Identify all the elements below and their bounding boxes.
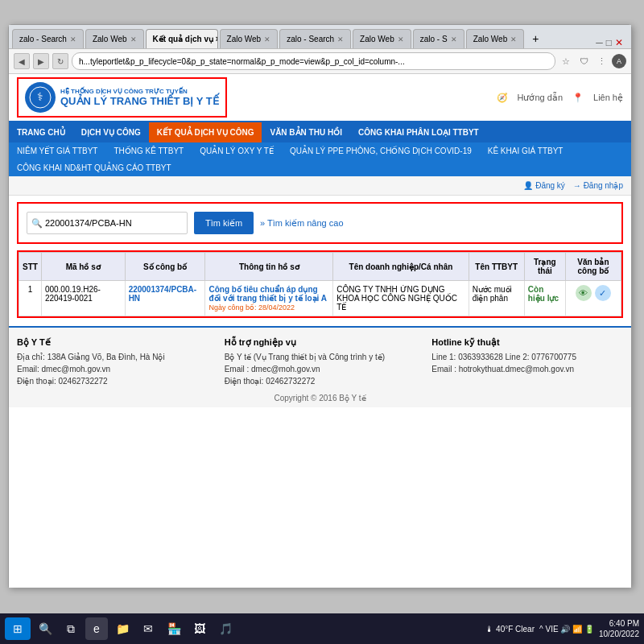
tab-zalo-web-1[interactable]: Zalo Web ✕ (85, 29, 144, 48)
files-button[interactable]: 📁 (111, 617, 134, 640)
subnav-oxy[interactable]: QUẢN LÝ OXY Y TẾ (192, 142, 282, 159)
footer-col-2: Hỗ trợ nghiệp vụ Bộ Y tế (Vụ Trang thiết… (225, 337, 416, 387)
spotify-button[interactable]: 🎵 (214, 617, 237, 640)
register-link[interactable]: 👤 Đăng ký (523, 181, 564, 190)
tab-label: Zalo Web (473, 35, 508, 43)
table-header-row: STT Mã hồ sơ Số công bố Thông tin hồ sơ … (19, 253, 621, 281)
footer-col2-info: Bộ Y tế (Vụ Trang thiết bị và Công trình… (225, 351, 416, 387)
nav-ket-qua[interactable]: KẾT QUẢ DỊCH VỤ CÔNG (149, 122, 262, 142)
taskbar-time[interactable]: 6:40 PM 10/20/2022 (599, 618, 639, 639)
col-ma-ho-so: Mã hồ sơ (41, 253, 125, 281)
store-button[interactable]: 🏪 (163, 617, 185, 640)
tab-label: Kết quả dịch vụ × (153, 35, 218, 43)
tab-zalo-web-2[interactable]: Zalo Web ✕ (220, 29, 279, 48)
mail-button[interactable]: ✉ (137, 617, 159, 640)
logo-subtitle: HỆ THỐNG DỊCH VỤ CÔNG TRỰC TUYẾN (60, 88, 219, 95)
edge-button[interactable]: e (85, 617, 108, 640)
cell-ma-ho-so: 000.00.19.H26-220419-0021 (41, 281, 125, 316)
col-van-ban: Văn bản công bố (565, 253, 621, 281)
new-tab-button[interactable]: + (526, 29, 545, 48)
nav-trang-chu[interactable]: TRANG CHỦ (9, 122, 73, 142)
taskbar-right: 🌡 40°F Clear ^ VIE 🔊 📶 🔋 6:40 PM 10/20/2… (485, 618, 639, 639)
contact-link[interactable]: Liên hệ (593, 93, 623, 103)
address-bar-area: ◀ ▶ ↻ ☆ 🛡 ⋮ A (9, 49, 631, 74)
tab-close-6[interactable]: ✕ (398, 35, 404, 43)
temperature: 40°F Clear (496, 625, 535, 634)
logo-title: QUẢN LÝ TRANG THIẾT BỊ Y TẾ (60, 95, 219, 107)
logo-text: HỆ THỐNG DỊCH VỤ CÔNG TRỰC TUYẾN QUẢN LÝ… (60, 88, 219, 107)
login-link[interactable]: → Đăng nhập (573, 181, 623, 190)
nav-cong-khai[interactable]: CÔNG KHAI PHÂN LOẠI TTBYT (350, 122, 487, 142)
nav-dich-vu-cong[interactable]: DỊCH VỤ CÔNG (73, 122, 149, 142)
task-view-button[interactable]: ⧉ (60, 617, 82, 640)
back-button[interactable]: ◀ (14, 53, 30, 69)
photos-button[interactable]: 🖼 (188, 617, 211, 640)
tab-close-1[interactable]: ✕ (70, 35, 76, 43)
search-input-wrap: 🔍 (27, 212, 188, 234)
search-input[interactable] (27, 212, 188, 234)
tab-label: zalo - Search (287, 35, 334, 43)
star-icon[interactable]: ☆ (559, 54, 573, 68)
time-display: 6:40 PM (599, 618, 639, 629)
tab-close-5[interactable]: ✕ (337, 35, 344, 43)
tab-close-4[interactable]: ✕ (264, 35, 270, 43)
address-icons: ☆ 🛡 ⋮ A (559, 54, 626, 68)
col-ten-ttbyt: Tên TTBYT (469, 253, 524, 281)
nav-van-ban[interactable]: VĂN BẢN THU HỒI (262, 122, 349, 142)
site-header: ⚕ HỆ THỐNG DỊCH VỤ CÔNG TRỰC TUYẾN QUẢN … (9, 74, 631, 122)
start-button[interactable]: ⊞ (5, 617, 31, 640)
footer-col3-title: Hotline kỹ thuật (431, 337, 623, 348)
tab-zalo-web-4[interactable]: Zalo Web ✕ (466, 29, 525, 48)
subnav-niem-yet[interactable]: NIÊM YẾT GIÁ TTBYT (9, 142, 105, 159)
thong-tin-link[interactable]: Công bố tiêu chuẩn áp dụng đối với trang… (208, 285, 327, 303)
cell-thong-tin: Công bố tiêu chuẩn áp dụng đối với trang… (205, 281, 333, 316)
user-icon: 👤 (523, 181, 533, 190)
so-cong-bo-link[interactable]: 220001374/PCBA-HN (129, 285, 197, 303)
search-taskbar-button[interactable]: 🔍 (34, 617, 56, 640)
site-footer: Bộ Y Tế Địa chỉ: 138A Giảng Võ, Ba Đình,… (9, 326, 631, 407)
cell-ten-ttbyt: Nước muối điện phân (469, 281, 524, 316)
profile-icon[interactable]: A (612, 54, 626, 68)
footer-col3-info: Line 1: 0363933628 Line 2: 0776700775 Em… (431, 351, 623, 375)
tab-ket-qua[interactable]: Kết quả dịch vụ × (146, 29, 218, 48)
ngay-cong-bo: Ngày công bố: 28/04/2022 (208, 303, 295, 312)
tab-bar: zalo - Search ✕ Zalo Web ✕ Kết quả dịch … (9, 25, 631, 49)
view-icon-button[interactable]: 👁 (576, 285, 592, 301)
forward-button[interactable]: ▶ (33, 53, 49, 69)
shield-icon[interactable]: 🛡 (576, 54, 591, 68)
search-button[interactable]: Tìm kiếm (194, 212, 254, 234)
subnav-ke-khai[interactable]: KÊ KHAI GIÁ TTBYT (480, 142, 572, 159)
minimize-button[interactable]: ─ (596, 37, 603, 48)
guide-link[interactable]: Hướng dẫn (518, 93, 563, 103)
results-section: STT Mã hồ sơ Số công bố Thông tin hồ sơ … (17, 250, 623, 318)
tab-close-2[interactable]: ✕ (130, 35, 137, 43)
close-button[interactable]: ✕ (615, 37, 623, 48)
tab-close-8[interactable]: ✕ (510, 35, 517, 43)
tab-label: Zalo Web (227, 35, 262, 43)
tab-zalo-search-1[interactable]: zalo - Search ✕ (12, 29, 84, 48)
maximize-button[interactable]: □ (606, 37, 612, 48)
footer-col2-title: Hỗ trợ nghiệp vụ (225, 337, 416, 348)
tab-label: zalo - S (420, 35, 448, 43)
weather-widget: 🌡 40°F Clear (485, 625, 535, 634)
tab-zalo-search-2[interactable]: zalo - Search ✕ (279, 29, 351, 48)
col-doanh-nghiep: Tên doanh nghiệp/Cá nhân (333, 253, 469, 281)
logo-area: ⚕ HỆ THỐNG DỊCH VỤ CÔNG TRỰC TUYẾN QUẢN … (17, 77, 227, 118)
tab-close-7[interactable]: ✕ (451, 35, 457, 43)
extension-icon[interactable]: ⋮ (594, 54, 609, 68)
reload-button[interactable]: ↻ (52, 53, 68, 69)
address-input[interactable] (72, 52, 555, 70)
guide-icon: 🧭 (497, 93, 508, 103)
col-trang-thai: Trạng thái (524, 253, 565, 281)
advanced-search-link[interactable]: » Tìm kiếm nâng cao (260, 218, 343, 229)
tab-zalo-web-3[interactable]: Zalo Web ✕ (353, 29, 411, 48)
col-thong-tin: Thông tin hồ sơ (205, 253, 333, 281)
check-icon-button[interactable]: ✓ (595, 285, 611, 301)
tab-zalo-search-3[interactable]: zalo - S ✕ (413, 29, 464, 48)
cell-trang-thai: Còn hiệu lực (524, 281, 565, 316)
logo-icon: ⚕ (25, 82, 56, 113)
subnav-cong-khai-nd[interactable]: CÔNG KHAI ND&HT QUẢNG CÁO TTBYT (9, 159, 180, 176)
subnav-ppe[interactable]: QUẢN LÝ PPE PHÒNG, CHỐNG DỊCH COVID-19 (282, 142, 480, 159)
tab-label: zalo - Search (19, 35, 67, 43)
subnav-thong-ke[interactable]: THỐNG KÊ TTBYT (105, 142, 192, 159)
